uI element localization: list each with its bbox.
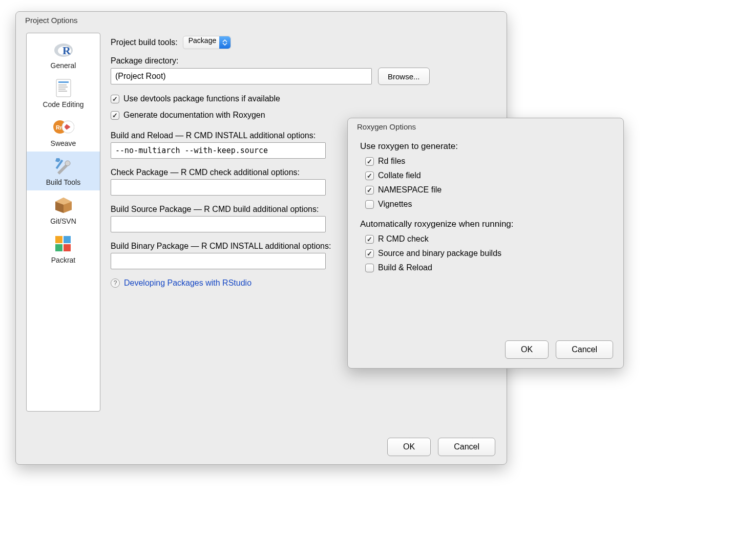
- vignettes-checkbox[interactable]: [365, 200, 374, 209]
- svg-rect-6: [58, 87, 68, 88]
- use-devtools-label: Use devtools package functions if availa…: [123, 94, 280, 103]
- document-icon: [52, 78, 75, 98]
- box-icon: [52, 195, 75, 215]
- collate-checkbox[interactable]: [365, 171, 374, 180]
- sidebar-item-git-svn[interactable]: Git/SVN: [27, 190, 100, 229]
- roxygen-options-dialog: Roxygen Options Use roxygen to generate:…: [347, 118, 624, 369]
- roxy-dialog-title: Roxygen Options: [348, 118, 623, 134]
- svg-rect-5: [58, 84, 67, 85]
- source-binary-checkbox[interactable]: [365, 249, 374, 258]
- rcmdcheck-label: R CMD check: [378, 234, 429, 244]
- rd-files-checkbox[interactable]: [365, 157, 374, 166]
- browse-button[interactable]: Browse...: [378, 68, 430, 85]
- sidebar-item-code-editing[interactable]: Code Editing: [27, 74, 100, 113]
- sidebar: R General Code Editing Rnw Sweave: [26, 33, 100, 412]
- roxy-auto-label: Automatically roxygenize when running:: [360, 219, 611, 229]
- svg-rect-16: [55, 244, 62, 251]
- build-tools-label: Project build tools:: [111, 38, 178, 47]
- svg-rect-8: [58, 91, 67, 92]
- build-binary-input[interactable]: [111, 253, 326, 269]
- roxy-ok-button[interactable]: OK: [505, 340, 549, 359]
- source-binary-label: Source and binary package builds: [378, 249, 501, 258]
- gen-docs-checkbox[interactable]: [111, 111, 119, 120]
- select-arrows-icon: [219, 36, 230, 49]
- sidebar-label: Build Tools: [27, 178, 100, 186]
- package-dir-label: Package directory:: [111, 56, 496, 66]
- namespace-checkbox[interactable]: [365, 186, 374, 195]
- svg-rect-7: [58, 89, 66, 90]
- build-source-input[interactable]: [111, 216, 326, 232]
- gen-docs-label: Generate documentation with Roxygen: [123, 111, 265, 120]
- sidebar-item-packrat[interactable]: Packrat: [27, 229, 100, 268]
- rd-files-label: Rd files: [378, 157, 405, 166]
- packrat-icon: [52, 233, 75, 254]
- rcmdcheck-checkbox[interactable]: [365, 235, 374, 244]
- package-dir-input[interactable]: [111, 68, 372, 84]
- sidebar-label: Git/SVN: [27, 217, 100, 225]
- help-icon: ?: [111, 278, 120, 288]
- cancel-button[interactable]: Cancel: [438, 438, 495, 456]
- namespace-label: NAMESPACE file: [378, 185, 442, 195]
- collate-label: Collate field: [378, 171, 421, 180]
- svg-rect-17: [64, 244, 71, 251]
- sidebar-label: General: [27, 61, 100, 70]
- roxy-cancel-button[interactable]: Cancel: [556, 340, 613, 359]
- build-reload-input[interactable]: [111, 142, 326, 159]
- sidebar-label: Packrat: [27, 256, 100, 264]
- svg-rect-4: [58, 81, 69, 83]
- r-logo-icon: R: [52, 39, 75, 59]
- sidebar-item-build-tools[interactable]: Build Tools: [27, 152, 100, 190]
- sidebar-item-general[interactable]: R General: [27, 35, 100, 74]
- svg-rect-14: [55, 236, 62, 243]
- svg-rect-15: [64, 236, 71, 243]
- buildreload-label: Build & Reload: [378, 263, 432, 272]
- sidebar-label: Code Editing: [27, 100, 100, 109]
- check-input[interactable]: [111, 179, 326, 196]
- use-devtools-checkbox[interactable]: [111, 95, 119, 103]
- ok-button[interactable]: OK: [387, 438, 431, 456]
- sidebar-label: Sweave: [27, 139, 100, 147]
- vignettes-label: Vignettes: [378, 200, 412, 209]
- build-tools-select[interactable]: Package: [183, 36, 231, 49]
- roxy-generate-label: Use roxygen to generate:: [360, 141, 611, 152]
- svg-text:R: R: [62, 44, 71, 57]
- build-tools-value: Package: [188, 36, 216, 45]
- help-link[interactable]: Developing Packages with RStudio: [124, 278, 251, 288]
- dialog-title: Project Options: [16, 12, 507, 28]
- buildreload-checkbox[interactable]: [365, 264, 374, 272]
- sweave-icon: Rnw: [52, 117, 75, 137]
- sidebar-item-sweave[interactable]: Rnw Sweave: [27, 113, 100, 152]
- svg-point-12: [65, 161, 70, 166]
- tools-icon: [52, 156, 75, 176]
